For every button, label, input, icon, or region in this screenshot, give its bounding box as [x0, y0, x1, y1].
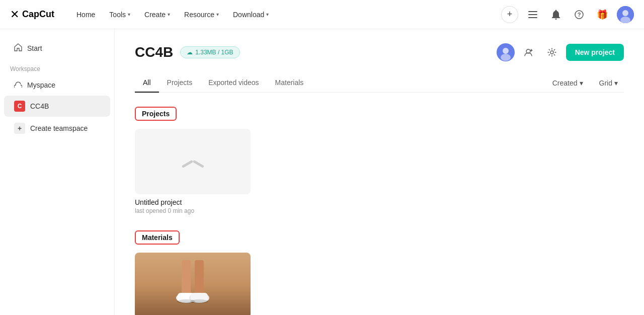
- storage-text: 1.33MB / 1GB: [195, 49, 233, 56]
- project-card[interactable]: Untitled project last opened 0 min ago: [135, 129, 251, 214]
- sidebar-create-teamspace-label: Create teamspace: [30, 124, 100, 132]
- create-teamspace-icon: +: [14, 123, 25, 134]
- materials-section-header[interactable]: Materials: [135, 230, 180, 245]
- nav-download[interactable]: Download ▾: [227, 8, 275, 22]
- add-person-icon: [524, 48, 533, 57]
- main-content: CC4B ☁ 1.33MB / 1GB: [115, 29, 644, 315]
- workspace-header: CC4B ☁ 1.33MB / 1GB: [135, 43, 624, 61]
- help-icon: ?: [575, 10, 584, 19]
- nav-tools[interactable]: Tools ▾: [103, 8, 136, 22]
- workspace-avatar-btn[interactable]: [497, 43, 515, 61]
- logo-text: CapCut: [22, 9, 54, 20]
- project-name: Untitled project: [135, 198, 251, 206]
- user-avatar[interactable]: [617, 6, 634, 23]
- nav-right-actions: + ? 🎁: [501, 6, 634, 23]
- gift-icon-btn[interactable]: 🎁: [594, 6, 611, 23]
- materials-grid: [135, 253, 624, 315]
- svg-rect-0: [528, 11, 537, 12]
- material-thumbnail: [135, 253, 251, 315]
- tab-materials[interactable]: Materials: [267, 73, 312, 93]
- cloud-icon: [14, 81, 22, 90]
- projects-section-label: Projects: [142, 110, 170, 118]
- home-icon: [14, 43, 22, 53]
- nav-home[interactable]: Home: [70, 8, 101, 22]
- chevron-down-icon: ▾: [128, 12, 130, 17]
- nav-links: Home Tools ▾ Create ▾ Resource ▾ Downloa…: [70, 8, 501, 22]
- sidebar-start-label: Start: [27, 44, 100, 52]
- bell-icon: [551, 10, 560, 20]
- logo[interactable]: ✕ CapCut: [10, 8, 54, 21]
- tabs-sort-controls: Created ▾ Grid ▾: [546, 76, 624, 90]
- svg-rect-2: [528, 17, 537, 18]
- capcut-placeholder-icon: [180, 161, 206, 163]
- menu-icon: [528, 11, 537, 18]
- workspace-title-row: CC4B ☁ 1.33MB / 1GB: [135, 44, 240, 60]
- help-icon-btn[interactable]: ?: [571, 6, 588, 23]
- sidebar-myspace-label: Myspace: [27, 81, 100, 89]
- sort-by-button[interactable]: Created ▾: [546, 76, 589, 90]
- materials-section-label: Materials: [142, 233, 173, 242]
- chevron-down-icon: ▾: [614, 79, 618, 87]
- tab-projects[interactable]: Projects: [159, 73, 201, 93]
- workspace-tabs: All Projects Exported videos Materials C…: [135, 73, 624, 93]
- projects-section-header[interactable]: Projects: [135, 107, 177, 121]
- cc4b-icon: C: [14, 101, 25, 112]
- svg-rect-15: [182, 260, 191, 295]
- view-label: Grid: [599, 79, 612, 87]
- chevron-down-icon: ▾: [580, 79, 583, 87]
- chevron-down-icon: ▾: [266, 12, 269, 17]
- top-navigation: ✕ CapCut Home Tools ▾ Create ▾ Resource …: [0, 0, 644, 29]
- chevron-down-icon: ▾: [168, 12, 170, 17]
- cloud-upload-icon: ☁: [187, 49, 193, 56]
- menu-icon-btn[interactable]: [524, 6, 541, 23]
- workspace-avatar-icon: [497, 43, 515, 61]
- chevron-down-icon: ▾: [216, 12, 219, 17]
- svg-point-9: [503, 48, 509, 54]
- capcut-logo-icon: ✕: [10, 8, 19, 21]
- settings-icon: [547, 48, 556, 57]
- new-project-button[interactable]: New project: [566, 44, 624, 61]
- sidebar-item-myspace[interactable]: Myspace: [4, 75, 110, 95]
- settings-button[interactable]: [543, 43, 561, 61]
- sort-label: Created: [552, 79, 578, 87]
- sidebar-item-start[interactable]: Start: [4, 38, 110, 58]
- add-member-button[interactable]: [520, 43, 538, 61]
- bell-icon-btn[interactable]: [547, 6, 565, 23]
- tab-exported-videos[interactable]: Exported videos: [200, 73, 267, 93]
- material-thumb-inner: [135, 253, 251, 315]
- nav-create[interactable]: Create ▾: [138, 8, 176, 22]
- nav-resource[interactable]: Resource ▾: [178, 8, 225, 22]
- avatar-image: [617, 6, 634, 23]
- material-preview: [163, 260, 223, 310]
- view-toggle-button[interactable]: Grid ▾: [593, 76, 624, 90]
- svg-rect-16: [195, 260, 204, 295]
- svg-point-6: [622, 10, 628, 16]
- svg-point-10: [501, 54, 511, 61]
- tab-all[interactable]: All: [135, 73, 159, 93]
- sidebar-item-cc4b[interactable]: C CC4B: [4, 96, 110, 117]
- project-meta: last opened 0 min ago: [135, 207, 251, 214]
- project-thumbnail: [135, 129, 251, 194]
- workspace-title: CC4B: [135, 44, 173, 60]
- projects-grid: Untitled project last opened 0 min ago: [135, 129, 624, 214]
- storage-badge[interactable]: ☁ 1.33MB / 1GB: [180, 46, 239, 58]
- sidebar-item-create-teamspace[interactable]: + Create teamspace: [4, 118, 110, 139]
- svg-point-22: [190, 299, 208, 303]
- sidebar-cc4b-label: CC4B: [30, 102, 100, 110]
- header-actions: New project: [497, 43, 624, 61]
- workspace-section-label: Workspace: [0, 59, 114, 74]
- material-card[interactable]: [135, 253, 251, 315]
- sidebar: Start Workspace Myspace C CC4B + Create …: [0, 29, 115, 315]
- add-button[interactable]: +: [501, 6, 518, 23]
- main-layout: Start Workspace Myspace C CC4B + Create …: [0, 0, 644, 315]
- svg-point-14: [550, 51, 553, 54]
- svg-text:?: ?: [578, 12, 581, 18]
- svg-rect-1: [528, 14, 537, 15]
